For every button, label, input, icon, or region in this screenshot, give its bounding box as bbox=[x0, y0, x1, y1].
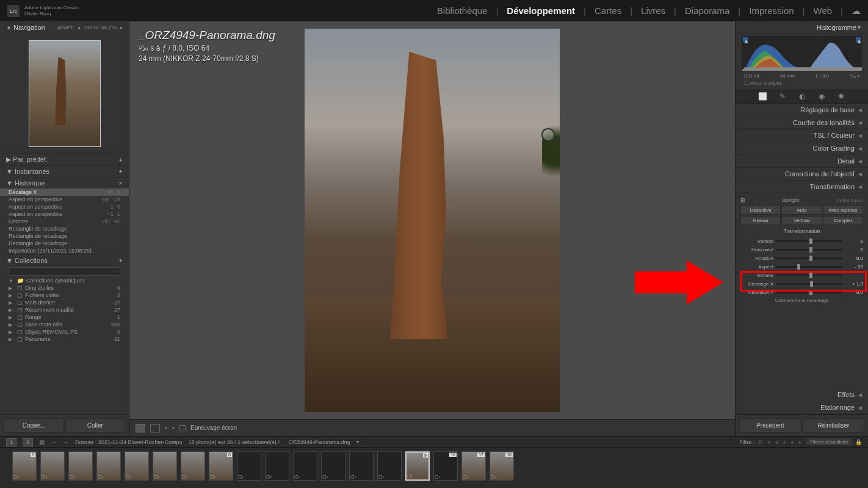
grid-icon[interactable]: ▦ bbox=[39, 439, 45, 445]
panel-courbe-des-tonalités[interactable]: Courbe des tonalités◀ bbox=[736, 117, 868, 129]
filmstrip-thumb[interactable]: ▢▫ bbox=[321, 451, 345, 481]
filmstrip-thumb[interactable]: ▢▫ bbox=[293, 451, 317, 481]
module-impression[interactable]: Impression bbox=[749, 5, 794, 16]
module-développement[interactable]: Développement bbox=[507, 5, 575, 16]
redeye-tool-icon[interactable]: ◉ bbox=[817, 92, 826, 101]
collections-search[interactable] bbox=[9, 267, 120, 276]
history-header[interactable]: ▼ Historique× bbox=[0, 177, 129, 188]
guided-upright-icon[interactable]: ⊞ bbox=[740, 197, 745, 203]
folder-path[interactable]: Dossier : 2021-11-24 Blavet-Rocher-Compo bbox=[75, 439, 183, 445]
copy-button[interactable]: Copier... bbox=[4, 418, 64, 432]
collection-item[interactable]: ▶▢Cinq étoiles0 bbox=[0, 284, 129, 292]
slider-décalage-x[interactable]: Décalage X+ 1,3 bbox=[740, 280, 863, 287]
filmstrip-thumb[interactable]: 17▢▫ bbox=[461, 451, 486, 481]
navigator-header[interactable]: ▼ Navigation ADAPT. ◂ 100 % 66,7 % ▸ bbox=[0, 21, 129, 34]
history-item[interactable]: Décalage X+11 bbox=[0, 188, 129, 196]
filters-off-button[interactable]: Filtres désactivés bbox=[806, 439, 852, 445]
filmstrip-thumb[interactable]: ▢▫ bbox=[237, 451, 261, 481]
histogram-chart[interactable]: ▲ ▲ bbox=[742, 36, 862, 71]
filmstrip-thumb[interactable]: 18▢▫ bbox=[490, 451, 514, 481]
filmstrip-thumb[interactable]: 8▢▫ bbox=[209, 451, 233, 481]
constrain-crop[interactable]: Contraindre le recadrage bbox=[740, 298, 863, 303]
filmstrip-thumb[interactable]: 7▢▫ bbox=[12, 451, 37, 481]
panel-détail[interactable]: Détail◀ bbox=[736, 155, 868, 168]
nav-fwd-icon[interactable]: → bbox=[63, 439, 69, 445]
panel-transformation[interactable]: Transformation◀ bbox=[736, 181, 868, 193]
screen-2-button[interactable]: 2 bbox=[23, 438, 33, 447]
panel-effets[interactable]: Effets◀ bbox=[736, 389, 868, 401]
presets-header[interactable]: ▶ Par. prédéf.+ bbox=[0, 153, 129, 165]
history-item[interactable]: Aspect en perspective+11 bbox=[0, 210, 129, 218]
slider-rotation[interactable]: Rotation0,0 bbox=[740, 254, 863, 262]
slider-vertical[interactable]: Vertical0 bbox=[740, 237, 863, 245]
upright-auto[interactable]: Auto bbox=[781, 206, 822, 215]
slider-aspect[interactable]: Aspect- 39 bbox=[740, 263, 863, 270]
filter-flag-icon[interactable]: ⚐ bbox=[758, 439, 763, 445]
filter-stars[interactable]: ★ ★ ★ ★ ★ bbox=[767, 439, 803, 445]
before-after-icon[interactable] bbox=[150, 424, 160, 432]
collection-item[interactable]: ▶▢Fichiers vidéo2 bbox=[0, 292, 129, 299]
slider-décalage-y[interactable]: Décalage Y0,0 bbox=[740, 289, 863, 296]
upright-désactivé[interactable]: Désactivé bbox=[740, 206, 781, 215]
slider-echelle[interactable]: Echelle bbox=[740, 271, 863, 279]
module-diaporama[interactable]: Diaporama bbox=[685, 5, 729, 16]
filmstrip-thumb[interactable]: ▢▫ bbox=[181, 451, 205, 481]
history-item[interactable]: Importation (25/11/2021 15:08:25) bbox=[0, 247, 129, 254]
filmstrip-thumb[interactable]: ▢▫ bbox=[377, 451, 402, 481]
screen-1-button[interactable]: 1 bbox=[6, 438, 16, 447]
upright-niveau[interactable]: Niveau bbox=[740, 216, 781, 225]
collection-item[interactable]: ▶▢Récemment modifié27 bbox=[0, 306, 129, 314]
history-item[interactable]: Rectangle de recadrage bbox=[0, 232, 129, 240]
collection-group[interactable]: ▼📁Collections dynamiques bbox=[0, 277, 129, 284]
module-livres[interactable]: Livres bbox=[641, 5, 665, 16]
history-item[interactable]: Aspect en perspective-59-39 bbox=[0, 196, 129, 203]
collection-item[interactable]: ▶▢Object REMOVAL PS9 bbox=[0, 328, 129, 336]
collection-item[interactable]: ▶▢Sans mots-clés860 bbox=[0, 321, 129, 328]
paste-button[interactable]: Coller bbox=[65, 418, 126, 432]
filmstrip-thumb[interactable]: 16▢▫ bbox=[433, 451, 458, 481]
collections-header[interactable]: ▼ Collections+ bbox=[0, 254, 129, 266]
panel-tsl-/-couleur[interactable]: TSL / Couleur◀ bbox=[736, 129, 868, 142]
previous-button[interactable]: Précédent bbox=[739, 418, 801, 432]
softproof-checkbox[interactable] bbox=[179, 425, 186, 431]
collection-item[interactable]: ▶▢Panorama21 bbox=[0, 336, 129, 343]
cloud-sync-icon[interactable]: ☁ bbox=[852, 5, 861, 16]
filmstrip-thumb[interactable]: ▢▫ bbox=[153, 451, 177, 481]
history-item[interactable]: Rectangle de recadrage bbox=[0, 225, 129, 232]
heal-tool-icon[interactable]: ✎ bbox=[778, 92, 787, 101]
filmstrip-thumb[interactable]: ▢▫ bbox=[96, 451, 121, 481]
filmstrip-thumb[interactable]: 9▢▫ bbox=[405, 451, 430, 481]
mask-tool-icon[interactable]: ◐ bbox=[798, 92, 806, 101]
image-viewport[interactable]: _ORZ4949-Panorama.dng ¹⁄₃₀ s à ƒ / 8,0, … bbox=[129, 21, 735, 419]
snapshots-header[interactable]: ▼ Instantanés+ bbox=[0, 165, 129, 177]
filmstrip[interactable]: 7▢▫▢▫▢▫▢▫▢▫▢▫▢▫8▢▫▢▫▢▫▢▫▢▫▢▫▢▫9▢▫16▢▫17▢… bbox=[0, 447, 868, 484]
histogram-header[interactable]: Histogramme ▼ bbox=[736, 21, 868, 34]
panel-réglages-de-base[interactable]: Réglages de base◀ bbox=[736, 104, 868, 117]
history-item[interactable]: Rectangle de recadrage bbox=[0, 240, 129, 247]
history-item[interactable]: Ombres+9191 bbox=[0, 218, 129, 225]
crop-tool-icon[interactable]: ⬜ bbox=[759, 92, 767, 101]
filmstrip-thumb[interactable]: ▢▫ bbox=[125, 451, 149, 481]
module-web[interactable]: Web bbox=[814, 5, 833, 16]
reset-button[interactable]: Réinitialiser bbox=[803, 418, 865, 432]
filmstrip-thumb[interactable]: ▢▫ bbox=[68, 451, 93, 481]
upright-avec repères[interactable]: Avec repères bbox=[823, 206, 863, 215]
module-cartes[interactable]: Cartes bbox=[595, 5, 621, 16]
navigator-preview[interactable] bbox=[0, 34, 129, 153]
filmstrip-thumb[interactable]: ▢▫ bbox=[265, 451, 289, 481]
module-bibliothèque[interactable]: Bibliothèque bbox=[437, 5, 488, 16]
history-item[interactable]: Aspect en perspective-10 bbox=[0, 203, 129, 210]
loupe-view-icon[interactable] bbox=[136, 424, 145, 432]
panel-color-grading[interactable]: Color Grading◀ bbox=[736, 142, 868, 155]
adjust-tool-icon[interactable]: ✺ bbox=[837, 92, 845, 101]
filmstrip-thumb[interactable]: ▢▫ bbox=[349, 451, 374, 481]
filmstrip-thumb[interactable]: ▢▫ bbox=[40, 451, 65, 481]
nav-back-icon[interactable]: ← bbox=[51, 439, 57, 445]
slider-horizontal[interactable]: Horizontal0 bbox=[740, 246, 863, 253]
filter-lock-icon[interactable]: 🔒 bbox=[855, 439, 862, 445]
panel-corrections-de-l'objectif[interactable]: Corrections de l'objectif◀ bbox=[736, 168, 868, 181]
collection-item[interactable]: ▶▢Rouge1 bbox=[0, 314, 129, 321]
collection-item[interactable]: ▶▢Mois dernier27 bbox=[0, 299, 129, 306]
panel-etalonnage[interactable]: Etalonnage◀ bbox=[736, 401, 868, 414]
upright-vertical[interactable]: Vertical bbox=[781, 216, 822, 225]
